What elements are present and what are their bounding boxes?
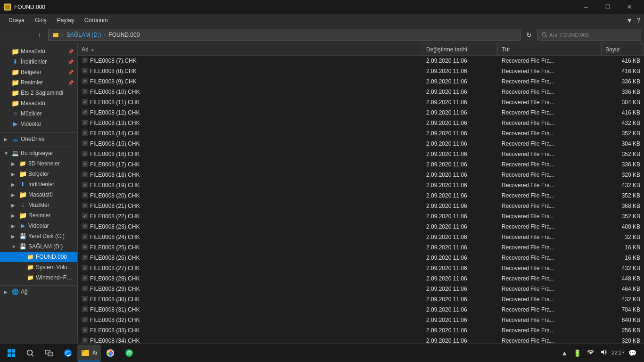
table-row[interactable]: ✓ FILE0008 (19).CHK 2.09.2020 11:06 Reco… [78, 180, 644, 190]
search-bar[interactable]: Ara: FOUND.000 [537, 29, 641, 41]
sidebar-item-indirilenler-pinned[interactable]: ⬇ İndirilenler 📌 [0, 57, 77, 67]
address-bar[interactable]: › SAĞLAM (D:) › FOUND.000 [48, 29, 520, 41]
file-type-cell: Recovered File Fra... [498, 211, 602, 222]
chk-file-icon: ✓ [82, 171, 88, 179]
table-row[interactable]: ✓ FILE0008 (13).CHK 2.09.2020 11:06 Reco… [78, 118, 644, 128]
minimize-button[interactable]: ─ [575, 0, 597, 14]
chk-file-icon: ✓ [82, 285, 88, 293]
menu-dosya[interactable]: Dosya [4, 16, 29, 25]
edge-button[interactable] [58, 344, 77, 362]
spotify-button[interactable] [120, 344, 139, 362]
taskbar-clock[interactable]: 22:27 [611, 349, 625, 356]
path-separator1: › [62, 32, 64, 38]
refresh-button[interactable]: ↻ [522, 28, 536, 41]
sidebar-item-3d[interactable]: ▶ 📁 3D Nesneler [0, 158, 77, 169]
table-row[interactable]: ✓ FILE0008 (29).CHK 2.09.2020 11:06 Reco… [78, 284, 644, 294]
menu-giris[interactable]: Giriş [30, 16, 51, 25]
edge-icon [63, 348, 73, 358]
sidebar-item-muzikler[interactable]: ♫ Müzikler [0, 108, 77, 119]
tray-network-icon[interactable] [585, 348, 596, 357]
table-row[interactable]: ✓ FILE0008 (32).CHK 2.09.2020 11:06 Reco… [78, 315, 644, 325]
chrome-button[interactable] [101, 344, 120, 362]
sidebar-item-masaustu3[interactable]: ▶ 📁 Masaüstü [0, 189, 77, 200]
table-row[interactable]: ✓ FILE0008 (10).CHK 2.09.2020 11:06 Reco… [78, 87, 644, 97]
table-row[interactable]: ✓ FILE0008 (25).CHK 2.09.2020 11:06 Reco… [78, 242, 644, 253]
table-row[interactable]: ✓ FILE0008 (26).CHK 2.09.2020 11:06 Reco… [78, 253, 644, 263]
help-icon[interactable]: ? [636, 16, 640, 24]
sidebar-item-ag[interactable]: ▶ 🌐 Ağ [0, 287, 77, 297]
sidebar-item-bu-bilgisayar[interactable]: ▼ 💻 Bu bilgisayar [0, 148, 77, 158]
col-header-type[interactable]: Tür [498, 43, 602, 56]
table-row[interactable]: ✓ FILE0008 (11).CHK 2.09.2020 11:06 Reco… [78, 97, 644, 107]
table-row[interactable]: ✓ FILE0008 (7).CHK 2.09.2020 11:06 Recov… [78, 56, 644, 66]
back-button[interactable]: ← [3, 28, 16, 41]
sidebar-item-found000[interactable]: 📁 FOUND.000 [0, 252, 77, 262]
file-type-cell: Recovered File Fra... [498, 263, 602, 273]
col-header-modified[interactable]: Değiştirme tarihi [422, 43, 498, 56]
sidebar-item-videolar2[interactable]: ▶ ▶ Videolar [0, 221, 77, 231]
sidebar-item-resimler-pinned[interactable]: 📁 Resimler 📌 [0, 77, 77, 88]
table-row[interactable]: ✓ FILE0008 (16).CHK 2.09.2020 11:06 Reco… [78, 149, 644, 159]
table-row[interactable]: ✓ FILE0008 (15).CHK 2.09.2020 11:06 Reco… [78, 139, 644, 149]
file-name-cell: ✓ FILE0008 (26).CHK [78, 253, 422, 263]
file-list[interactable]: ✓ FILE0008 (7).CHK 2.09.2020 11:06 Recov… [78, 56, 644, 348]
sidebar-item-resimler2[interactable]: ▶ 📁 Resimler [0, 210, 77, 221]
sidebar-item-winmend[interactable]: 📁 Winmend~Folde... [0, 272, 77, 283]
table-row[interactable]: ✓ FILE0008 (28).CHK 2.09.2020 11:06 Reco… [78, 273, 644, 284]
toolbar: ← → ↑ › SAĞLAM (D:) › FOUND.000 ↻ Ara: F… [0, 26, 644, 43]
sidebar-item-videolar[interactable]: ▶ Videolar [0, 119, 77, 129]
taskbar-explorer-app[interactable]: Ai [77, 345, 101, 362]
table-row[interactable]: ✓ FILE0008 (14).CHK 2.09.2020 11:06 Reco… [78, 128, 644, 139]
close-button[interactable]: ✕ [619, 0, 640, 14]
table-row[interactable]: ✓ FILE0008 (33).CHK 2.09.2020 11:06 Reco… [78, 325, 644, 336]
table-row[interactable]: ✓ FILE0008 (18).CHK 2.09.2020 11:06 Reco… [78, 170, 644, 180]
menu-gorunum[interactable]: Görünüm [80, 16, 113, 25]
path-saglam[interactable]: SAĞLAM (D:) [66, 32, 101, 38]
pin-icon: 📌 [68, 70, 74, 75]
table-row[interactable]: ✓ FILE0008 (12).CHK 2.09.2020 11:06 Reco… [78, 107, 644, 118]
table-row[interactable]: ✓ FILE0008 (17).CHK 2.09.2020 11:06 Reco… [78, 159, 644, 170]
file-type-cell: Recovered File Fra... [498, 190, 602, 201]
sidebar-item-indirilenler2[interactable]: ▶ ⬇ İndirilenler [0, 179, 77, 189]
table-row[interactable]: ✓ FILE0008 (22).CHK 2.09.2020 11:06 Reco… [78, 211, 644, 222]
table-row[interactable]: ✓ FILE0008 (9).CHK 2.09.2020 11:06 Recov… [78, 76, 644, 87]
table-row[interactable]: ✓ FILE0008 (21).CHK 2.09.2020 11:06 Reco… [78, 201, 644, 211]
svg-text:✓: ✓ [83, 266, 87, 270]
sidebar-item-onedrive[interactable]: ▶ ☁ OneDrive [0, 134, 77, 144]
forward-button[interactable]: → [18, 28, 31, 41]
table-row[interactable]: ✓ FILE0008 (24).CHK 2.09.2020 11:06 Reco… [78, 232, 644, 242]
file-type-cell: Recovered File Fra... [498, 222, 602, 232]
svg-text:✓: ✓ [83, 162, 87, 166]
sidebar-item-masaustu-pinned[interactable]: 📁 Masaüstü 📌 [0, 46, 77, 57]
col-header-size[interactable]: Boyut [602, 43, 644, 56]
file-modified-cell: 2.09.2020 11:06 [422, 107, 498, 118]
start-button[interactable] [2, 344, 21, 362]
table-row[interactable]: ✓ FILE0008 (20).CHK 2.09.2020 11:06 Reco… [78, 190, 644, 201]
expand-ribbon-icon[interactable]: ▼ [626, 16, 633, 24]
table-row[interactable]: ✓ FILE0008 (23).CHK 2.09.2020 11:06 Reco… [78, 222, 644, 232]
path-found[interactable]: FOUND.000 [108, 32, 140, 38]
table-row[interactable]: ✓ FILE0008 (31).CHK 2.09.2020 11:06 Reco… [78, 304, 644, 315]
svg-text:✓: ✓ [83, 307, 87, 312]
tray-battery-icon[interactable]: 🔋 [571, 349, 583, 357]
notification-icon[interactable]: 💬 [627, 349, 638, 357]
taskview-button[interactable] [40, 344, 58, 362]
col-header-name[interactable]: Ad ▲ [78, 43, 422, 56]
table-row[interactable]: ✓ FILE0008 (27).CHK 2.09.2020 11:06 Reco… [78, 263, 644, 273]
sidebar-item-masaustu2[interactable]: 📁 Masaüstü [0, 98, 77, 108]
sidebar-item-muzikler2[interactable]: ▶ ♫ Müzikler [0, 200, 77, 210]
sidebar-item-saglam[interactable]: ▼ 💾 SAĞLAM (D:) [0, 241, 77, 252]
menu-paylas[interactable]: Paylaş [52, 16, 79, 25]
sidebar-item-ets2[interactable]: 📁 Ets 2 Saglamindi [0, 88, 77, 98]
taskbar-search-button[interactable] [21, 344, 40, 362]
sidebar-item-yerel-disk[interactable]: ▶ 💾 Yerel Disk (C:) [0, 231, 77, 241]
maximize-button[interactable]: ❐ [597, 0, 619, 14]
sidebar-item-belgeler2[interactable]: ▶ 📁 Belgeler [0, 169, 77, 179]
sidebar-item-belgeler-pinned[interactable]: 📁 Belgeler 📌 [0, 67, 77, 77]
table-row[interactable]: ✓ FILE0008 (8).CHK 2.09.2020 11:06 Recov… [78, 66, 644, 76]
up-button[interactable]: ↑ [33, 28, 46, 41]
tray-volume-icon[interactable] [598, 348, 610, 357]
tray-expand-icon[interactable]: ▲ [560, 349, 570, 357]
sidebar-item-systemvolume[interactable]: 📁 System Volume I... [0, 262, 77, 272]
table-row[interactable]: ✓ FILE0008 (30).CHK 2.09.2020 11:06 Reco… [78, 294, 644, 304]
